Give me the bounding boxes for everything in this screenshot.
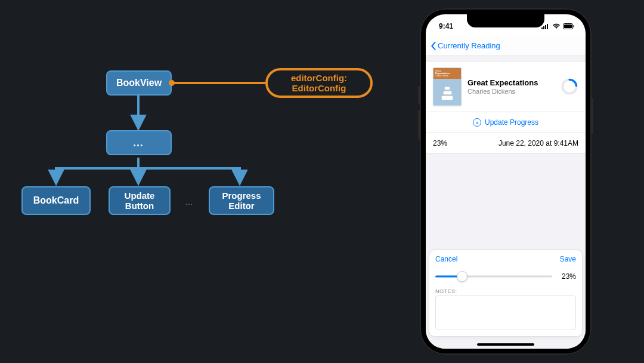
wifi-icon (552, 23, 561, 29)
iphone-mockup: 9:41 Currently Reading (420, 8, 592, 355)
phone-screen: 9:41 Currently Reading (426, 14, 586, 349)
update-progress-icon: •• (473, 118, 481, 127)
component-tree-diagram: BookView editorConfig: EditorConfig … Bo… (0, 0, 382, 239)
progress-slider[interactable] (435, 270, 552, 282)
binding-dot-icon (169, 80, 175, 86)
slider-value-label: 23% (558, 272, 576, 281)
battery-icon (563, 23, 575, 29)
book-card-cell: Great Expectations Charles Dickens Great… (426, 61, 586, 112)
back-label: Currently Reading (438, 41, 500, 50)
book-author: Charles Dickens (467, 88, 555, 95)
update-progress-button[interactable]: •• Update Progress (426, 112, 586, 133)
book-title: Great Expectations (467, 78, 555, 87)
node-bookcard: BookCard (21, 186, 91, 215)
chevron-left-icon (429, 41, 438, 51)
svg-rect-6 (547, 24, 548, 29)
phone-notch (467, 14, 544, 27)
cancel-button[interactable]: Cancel (435, 255, 457, 263)
content-area: Great Expectations Charles Dickens Great… (426, 56, 586, 349)
progress-ring-icon (561, 78, 578, 96)
progress-history-row[interactable]: 23% June 22, 2020 at 9:41AM (426, 133, 586, 154)
pill-editorconfig: editorConfig: EditorConfig (265, 68, 373, 98)
status-time: 9:41 (439, 22, 453, 30)
save-button[interactable]: Save (560, 255, 576, 263)
nav-bar: Currently Reading (426, 36, 586, 56)
cover-art-icon (441, 84, 454, 100)
update-progress-label: Update Progress (485, 118, 538, 127)
node-progress-editor: Progress Editor (209, 186, 274, 215)
back-button[interactable]: Currently Reading (429, 41, 500, 51)
history-timestamp: June 22, 2020 at 9:41AM (499, 139, 578, 147)
svg-rect-3 (541, 27, 543, 29)
children-ellipsis: … (185, 197, 194, 207)
home-indicator (477, 343, 534, 346)
node-update-button: Update Button (109, 186, 171, 215)
svg-rect-8 (564, 24, 572, 28)
svg-rect-9 (574, 25, 575, 27)
history-percent: 23% (433, 139, 447, 147)
book-cover: Great Expectations Charles Dickens (433, 67, 462, 106)
node-bookview: BookView (106, 70, 172, 96)
notes-input[interactable] (435, 296, 576, 330)
cover-author: Charles Dickens (435, 75, 461, 77)
svg-rect-5 (545, 25, 546, 29)
notes-label: NOTES: (435, 288, 576, 294)
progress-editor-sheet: Cancel Save 23% NOTES: (429, 250, 583, 337)
svg-rect-4 (543, 26, 544, 29)
node-ellipsis: … (106, 130, 172, 155)
